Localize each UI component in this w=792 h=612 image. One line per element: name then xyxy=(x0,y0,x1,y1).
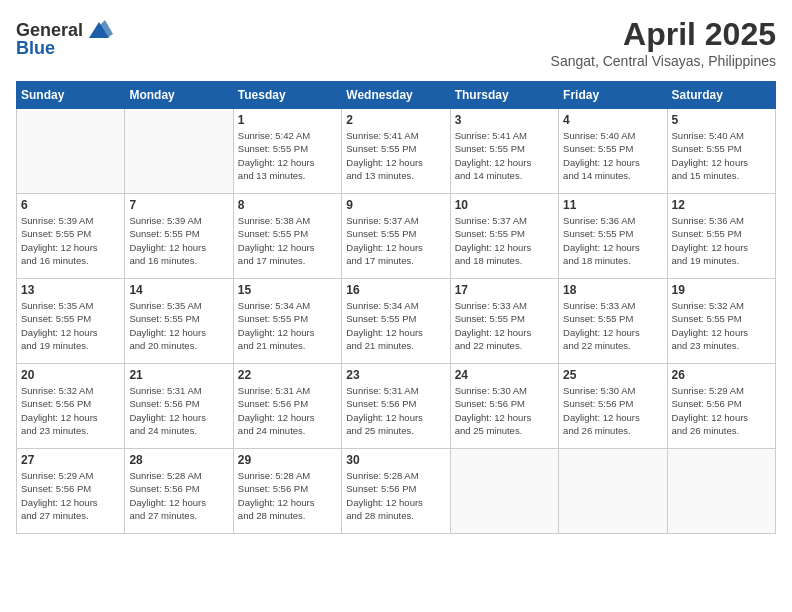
day-number: 6 xyxy=(21,198,120,212)
day-number: 17 xyxy=(455,283,554,297)
title-area: April 2025 Sangat, Central Visayas, Phil… xyxy=(551,16,776,69)
day-info: Sunrise: 5:41 AM Sunset: 5:55 PM Dayligh… xyxy=(346,129,445,182)
calendar-cell: 25Sunrise: 5:30 AM Sunset: 5:56 PM Dayli… xyxy=(559,364,667,449)
calendar-header-friday: Friday xyxy=(559,82,667,109)
day-number: 24 xyxy=(455,368,554,382)
location-subtitle: Sangat, Central Visayas, Philippines xyxy=(551,53,776,69)
calendar-cell: 21Sunrise: 5:31 AM Sunset: 5:56 PM Dayli… xyxy=(125,364,233,449)
week-row-3: 13Sunrise: 5:35 AM Sunset: 5:55 PM Dayli… xyxy=(17,279,776,364)
day-info: Sunrise: 5:38 AM Sunset: 5:55 PM Dayligh… xyxy=(238,214,337,267)
day-info: Sunrise: 5:42 AM Sunset: 5:55 PM Dayligh… xyxy=(238,129,337,182)
day-number: 16 xyxy=(346,283,445,297)
calendar-cell: 22Sunrise: 5:31 AM Sunset: 5:56 PM Dayli… xyxy=(233,364,341,449)
logo-icon xyxy=(85,16,113,44)
day-number: 9 xyxy=(346,198,445,212)
calendar-header-saturday: Saturday xyxy=(667,82,775,109)
calendar-header-tuesday: Tuesday xyxy=(233,82,341,109)
day-number: 8 xyxy=(238,198,337,212)
day-number: 10 xyxy=(455,198,554,212)
day-info: Sunrise: 5:31 AM Sunset: 5:56 PM Dayligh… xyxy=(129,384,228,437)
month-year-title: April 2025 xyxy=(551,16,776,53)
day-number: 26 xyxy=(672,368,771,382)
calendar-cell: 17Sunrise: 5:33 AM Sunset: 5:55 PM Dayli… xyxy=(450,279,558,364)
calendar-cell: 13Sunrise: 5:35 AM Sunset: 5:55 PM Dayli… xyxy=(17,279,125,364)
calendar-cell: 16Sunrise: 5:34 AM Sunset: 5:55 PM Dayli… xyxy=(342,279,450,364)
calendar-cell: 23Sunrise: 5:31 AM Sunset: 5:56 PM Dayli… xyxy=(342,364,450,449)
day-info: Sunrise: 5:28 AM Sunset: 5:56 PM Dayligh… xyxy=(129,469,228,522)
day-number: 3 xyxy=(455,113,554,127)
calendar-cell: 5Sunrise: 5:40 AM Sunset: 5:55 PM Daylig… xyxy=(667,109,775,194)
calendar-header-row: SundayMondayTuesdayWednesdayThursdayFrid… xyxy=(17,82,776,109)
calendar-cell: 9Sunrise: 5:37 AM Sunset: 5:55 PM Daylig… xyxy=(342,194,450,279)
calendar-header-monday: Monday xyxy=(125,82,233,109)
calendar-cell xyxy=(125,109,233,194)
day-number: 18 xyxy=(563,283,662,297)
calendar-header-sunday: Sunday xyxy=(17,82,125,109)
day-info: Sunrise: 5:32 AM Sunset: 5:55 PM Dayligh… xyxy=(672,299,771,352)
day-number: 28 xyxy=(129,453,228,467)
day-info: Sunrise: 5:40 AM Sunset: 5:55 PM Dayligh… xyxy=(563,129,662,182)
calendar-cell: 1Sunrise: 5:42 AM Sunset: 5:55 PM Daylig… xyxy=(233,109,341,194)
day-number: 22 xyxy=(238,368,337,382)
day-info: Sunrise: 5:28 AM Sunset: 5:56 PM Dayligh… xyxy=(238,469,337,522)
day-number: 11 xyxy=(563,198,662,212)
calendar-cell: 8Sunrise: 5:38 AM Sunset: 5:55 PM Daylig… xyxy=(233,194,341,279)
day-info: Sunrise: 5:29 AM Sunset: 5:56 PM Dayligh… xyxy=(21,469,120,522)
day-info: Sunrise: 5:33 AM Sunset: 5:55 PM Dayligh… xyxy=(455,299,554,352)
calendar-cell: 15Sunrise: 5:34 AM Sunset: 5:55 PM Dayli… xyxy=(233,279,341,364)
day-info: Sunrise: 5:29 AM Sunset: 5:56 PM Dayligh… xyxy=(672,384,771,437)
calendar-header-thursday: Thursday xyxy=(450,82,558,109)
day-info: Sunrise: 5:35 AM Sunset: 5:55 PM Dayligh… xyxy=(129,299,228,352)
day-info: Sunrise: 5:33 AM Sunset: 5:55 PM Dayligh… xyxy=(563,299,662,352)
week-row-2: 6Sunrise: 5:39 AM Sunset: 5:55 PM Daylig… xyxy=(17,194,776,279)
day-info: Sunrise: 5:32 AM Sunset: 5:56 PM Dayligh… xyxy=(21,384,120,437)
calendar-cell: 12Sunrise: 5:36 AM Sunset: 5:55 PM Dayli… xyxy=(667,194,775,279)
day-info: Sunrise: 5:30 AM Sunset: 5:56 PM Dayligh… xyxy=(455,384,554,437)
calendar-cell xyxy=(17,109,125,194)
day-info: Sunrise: 5:39 AM Sunset: 5:55 PM Dayligh… xyxy=(129,214,228,267)
day-number: 13 xyxy=(21,283,120,297)
day-info: Sunrise: 5:39 AM Sunset: 5:55 PM Dayligh… xyxy=(21,214,120,267)
day-number: 20 xyxy=(21,368,120,382)
calendar-cell: 11Sunrise: 5:36 AM Sunset: 5:55 PM Dayli… xyxy=(559,194,667,279)
calendar-cell xyxy=(667,449,775,534)
calendar-cell: 4Sunrise: 5:40 AM Sunset: 5:55 PM Daylig… xyxy=(559,109,667,194)
calendar-cell: 27Sunrise: 5:29 AM Sunset: 5:56 PM Dayli… xyxy=(17,449,125,534)
week-row-5: 27Sunrise: 5:29 AM Sunset: 5:56 PM Dayli… xyxy=(17,449,776,534)
day-info: Sunrise: 5:34 AM Sunset: 5:55 PM Dayligh… xyxy=(346,299,445,352)
calendar-cell: 2Sunrise: 5:41 AM Sunset: 5:55 PM Daylig… xyxy=(342,109,450,194)
calendar-table: SundayMondayTuesdayWednesdayThursdayFrid… xyxy=(16,81,776,534)
day-number: 14 xyxy=(129,283,228,297)
day-number: 29 xyxy=(238,453,337,467)
calendar-cell: 6Sunrise: 5:39 AM Sunset: 5:55 PM Daylig… xyxy=(17,194,125,279)
day-number: 12 xyxy=(672,198,771,212)
day-info: Sunrise: 5:31 AM Sunset: 5:56 PM Dayligh… xyxy=(346,384,445,437)
calendar-cell xyxy=(450,449,558,534)
day-info: Sunrise: 5:28 AM Sunset: 5:56 PM Dayligh… xyxy=(346,469,445,522)
day-info: Sunrise: 5:30 AM Sunset: 5:56 PM Dayligh… xyxy=(563,384,662,437)
day-info: Sunrise: 5:35 AM Sunset: 5:55 PM Dayligh… xyxy=(21,299,120,352)
day-info: Sunrise: 5:37 AM Sunset: 5:55 PM Dayligh… xyxy=(346,214,445,267)
logo-blue: Blue xyxy=(16,38,55,59)
calendar-cell xyxy=(559,449,667,534)
day-number: 27 xyxy=(21,453,120,467)
calendar-cell: 14Sunrise: 5:35 AM Sunset: 5:55 PM Dayli… xyxy=(125,279,233,364)
logo: General Blue xyxy=(16,16,113,59)
day-info: Sunrise: 5:36 AM Sunset: 5:55 PM Dayligh… xyxy=(563,214,662,267)
day-number: 15 xyxy=(238,283,337,297)
day-number: 23 xyxy=(346,368,445,382)
day-info: Sunrise: 5:36 AM Sunset: 5:55 PM Dayligh… xyxy=(672,214,771,267)
calendar-cell: 19Sunrise: 5:32 AM Sunset: 5:55 PM Dayli… xyxy=(667,279,775,364)
day-number: 4 xyxy=(563,113,662,127)
calendar-cell: 20Sunrise: 5:32 AM Sunset: 5:56 PM Dayli… xyxy=(17,364,125,449)
day-info: Sunrise: 5:34 AM Sunset: 5:55 PM Dayligh… xyxy=(238,299,337,352)
day-info: Sunrise: 5:40 AM Sunset: 5:55 PM Dayligh… xyxy=(672,129,771,182)
week-row-1: 1Sunrise: 5:42 AM Sunset: 5:55 PM Daylig… xyxy=(17,109,776,194)
day-info: Sunrise: 5:31 AM Sunset: 5:56 PM Dayligh… xyxy=(238,384,337,437)
day-number: 1 xyxy=(238,113,337,127)
calendar-cell: 29Sunrise: 5:28 AM Sunset: 5:56 PM Dayli… xyxy=(233,449,341,534)
calendar-cell: 26Sunrise: 5:29 AM Sunset: 5:56 PM Dayli… xyxy=(667,364,775,449)
day-number: 19 xyxy=(672,283,771,297)
calendar-header-wednesday: Wednesday xyxy=(342,82,450,109)
page-header: General Blue April 2025 Sangat, Central … xyxy=(16,16,776,69)
